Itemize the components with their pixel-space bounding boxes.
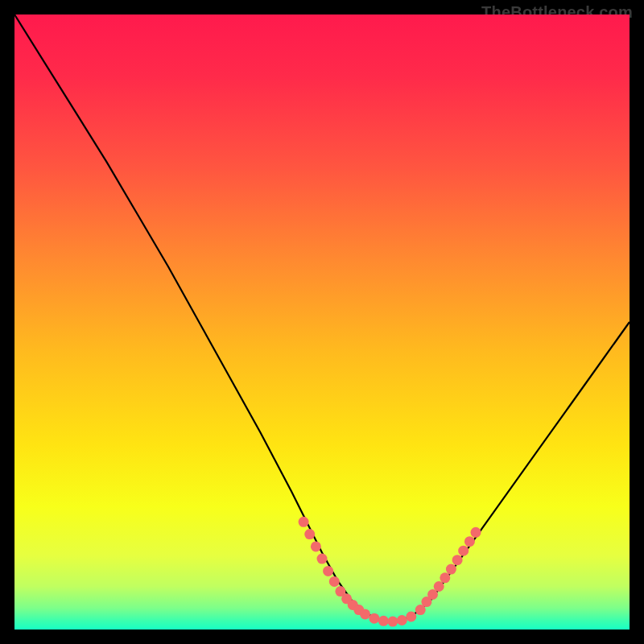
highlight-dot — [446, 564, 456, 575]
highlight-dot — [434, 581, 444, 592]
highlight-dot — [440, 572, 450, 583]
chart-area — [14, 14, 630, 630]
highlight-dot — [323, 566, 333, 576]
highlight-dot — [452, 555, 463, 565]
gradient-background — [14, 14, 630, 630]
highlight-dot — [471, 527, 481, 538]
highlight-dot — [406, 612, 416, 622]
highlight-dot — [299, 517, 309, 527]
highlight-dot — [317, 554, 328, 564]
highlight-dot — [311, 541, 321, 551]
highlight-dot — [304, 529, 315, 539]
highlight-dot — [329, 576, 340, 587]
highlight-dot — [378, 616, 389, 626]
highlight-dot — [360, 609, 370, 619]
highlight-dot — [397, 615, 407, 625]
chart-svg — [14, 14, 630, 630]
highlight-dot — [464, 536, 475, 547]
highlight-dot — [369, 613, 379, 624]
highlight-dot — [387, 617, 398, 627]
highlight-dot — [458, 546, 469, 556]
